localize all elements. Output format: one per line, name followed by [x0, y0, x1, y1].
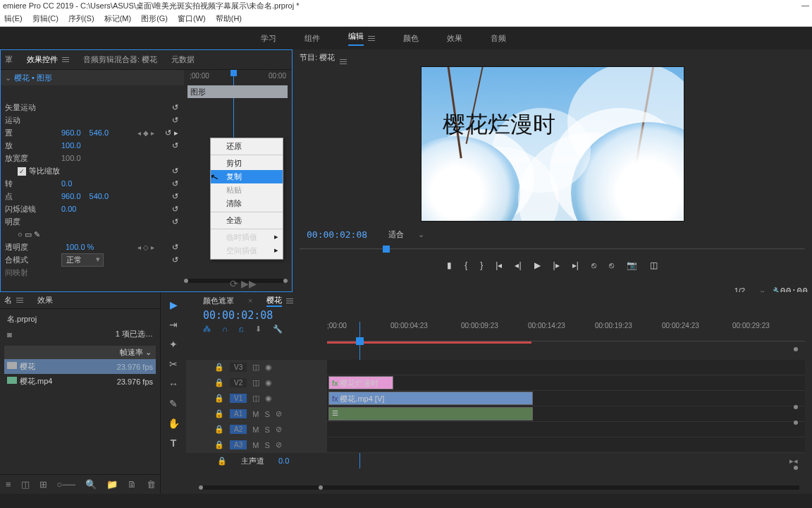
toggle-output-icon[interactable]: ◫: [252, 394, 259, 403]
step-back-icon[interactable]: ◂|: [515, 260, 521, 270]
step-fwd-icon[interactable]: |▸: [553, 260, 560, 270]
ws-menu-icon[interactable]: [368, 36, 375, 41]
tab-audio-mixer[interactable]: 音频剪辑混合器: 樱花: [83, 54, 157, 65]
ctx-spatial[interactable]: 空间插值▸: [211, 244, 283, 258]
track-a1[interactable]: A1: [230, 409, 247, 418]
prop-opacity[interactable]: 明度: [5, 217, 61, 227]
lock-icon[interactable]: 🔒: [214, 363, 224, 372]
flicker-val[interactable]: 0.00: [61, 205, 76, 213]
project-item-selected[interactable]: 樱花23.976 fps: [4, 359, 156, 374]
list-view-icon[interactable]: ≡: [6, 479, 11, 490]
blend-mode-select[interactable]: 正常: [61, 253, 104, 267]
clip-bar[interactable]: 图形: [187, 85, 288, 98]
toggle-output-icon[interactable]: ◫: [252, 378, 259, 387]
ws-effects[interactable]: 效果: [447, 33, 462, 44]
column-header[interactable]: 帧速率 ⌄: [4, 346, 156, 359]
solo-icon[interactable]: S: [264, 425, 269, 434]
menu-clip[interactable]: 剪辑(C): [32, 13, 59, 24]
voice-icon[interactable]: ⊘: [276, 425, 282, 434]
zoom-slider[interactable]: ○──: [57, 479, 75, 490]
panel-menu-icon[interactable]: [340, 59, 347, 64]
trash-icon[interactable]: 🗑: [147, 479, 156, 490]
menu-window[interactable]: 窗口(W): [178, 13, 206, 24]
timeline-timecode[interactable]: 00:00:02:08: [186, 309, 812, 322]
track-v3[interactable]: V3: [230, 363, 247, 372]
clip-chain[interactable]: 樱花 • 图形: [14, 73, 52, 83]
panel-menu-icon[interactable]: [286, 298, 293, 303]
lift-icon[interactable]: ⎋: [591, 260, 596, 270]
voice-icon[interactable]: ⊘: [276, 409, 282, 418]
new-bin-icon[interactable]: 📁: [106, 479, 118, 490]
ctx-clear[interactable]: 清除: [211, 197, 283, 210]
rot-val[interactable]: 0.0: [61, 179, 72, 188]
filter-icon[interactable]: ◙: [7, 330, 12, 339]
reset-icon[interactable]: ↺: [165, 128, 171, 138]
export-frame-icon[interactable]: 📷: [627, 260, 637, 270]
ctx-restore[interactable]: 还原: [211, 140, 283, 153]
pen-tool-icon[interactable]: ✎: [169, 398, 178, 409]
next-kf-icon[interactable]: ▸: [174, 128, 178, 138]
pos-x[interactable]: 960.0: [61, 128, 81, 137]
expand-icon[interactable]: ▸◂: [789, 456, 798, 466]
program-monitor[interactable]: 樱花烂漫时: [421, 66, 684, 222]
icon-view-icon[interactable]: ◫: [21, 479, 30, 490]
eye-icon[interactable]: ◉: [265, 378, 272, 387]
go-out-icon[interactable]: ▸|: [572, 260, 579, 270]
track-select-tool-icon[interactable]: ⇥: [169, 319, 178, 330]
lock-icon[interactable]: 🔒: [214, 440, 224, 449]
freeform-icon[interactable]: ⊞: [39, 479, 47, 490]
tab-sequence[interactable]: 樱花: [266, 295, 282, 307]
ripple-tool-icon[interactable]: ✦: [169, 339, 178, 350]
prop-anim[interactable]: 运动: [5, 115, 61, 126]
lock-icon[interactable]: 🔒: [214, 378, 224, 387]
mute-icon[interactable]: M: [252, 410, 259, 418]
keyframe-nav[interactable]: ◂ ◆ ▸: [137, 129, 154, 137]
extract-icon[interactable]: ⎋: [609, 260, 614, 270]
chevron-down-icon[interactable]: ⌄: [5, 73, 11, 83]
menu-sequence[interactable]: 序列(S): [68, 13, 94, 24]
reset-icon[interactable]: ↺: [172, 243, 178, 252]
lock-icon[interactable]: 🔒: [214, 394, 224, 403]
track-v2[interactable]: V2: [230, 378, 247, 387]
play-icon[interactable]: ▶: [534, 260, 541, 270]
timeline-scrollbar[interactable]: [199, 485, 799, 490]
go-in-icon[interactable]: |◂: [496, 260, 502, 270]
new-item-icon[interactable]: 🗎: [128, 479, 137, 490]
scale-val[interactable]: 100.0: [61, 141, 81, 150]
tab-effects[interactable]: 效果: [37, 295, 53, 306]
pos-y[interactable]: 546.0: [90, 128, 109, 137]
clip-video[interactable]: fx 樱花.mp4 [V]: [328, 392, 533, 405]
reset-icon[interactable]: ↺: [172, 167, 178, 176]
chevron-down-icon[interactable]: ⌄: [418, 230, 424, 239]
ws-editing[interactable]: 编辑: [348, 31, 364, 46]
menu-graphics[interactable]: 图形(G): [141, 13, 168, 24]
tab-effect-controls[interactable]: 效果控件: [27, 54, 58, 65]
project-item[interactable]: 樱花.mp423.976 fps: [4, 374, 156, 389]
loop-icon[interactable]: ⟳ ▶▶: [230, 278, 257, 289]
solo-icon[interactable]: S: [264, 441, 269, 449]
menu-marker[interactable]: 标记(M): [104, 13, 132, 24]
ws-audio[interactable]: 音频: [491, 33, 506, 44]
keyframe-nav[interactable]: ◂ ◇ ▸: [137, 243, 154, 251]
type-tool-icon[interactable]: T: [171, 437, 177, 449]
lock-icon[interactable]: 🔒: [214, 409, 224, 418]
uniform-checkbox[interactable]: ✓: [18, 167, 26, 176]
solo-icon[interactable]: S: [264, 410, 269, 418]
reset-icon[interactable]: ↺: [172, 255, 178, 265]
tab-mask[interactable]: 罩: [5, 54, 13, 65]
mark-in-icon[interactable]: ▮: [447, 260, 452, 270]
ctx-copy[interactable]: 复制: [211, 170, 283, 183]
lock-icon[interactable]: 🔒: [217, 456, 227, 466]
reset-icon[interactable]: ↺: [172, 103, 178, 112]
in-bracket-icon[interactable]: {: [465, 260, 467, 270]
slip-tool-icon[interactable]: ↔: [168, 378, 178, 389]
ctx-select-all[interactable]: 全选: [211, 214, 283, 227]
eye-icon[interactable]: ◉: [265, 394, 272, 403]
prop-motion[interactable]: 矢量运动: [5, 102, 61, 113]
ctx-temporal[interactable]: 临时插值▸: [211, 231, 283, 244]
scroll-marker[interactable]: [794, 421, 798, 425]
voice-icon[interactable]: ⊘: [276, 440, 282, 449]
clip-audio[interactable]: ☰: [328, 407, 533, 421]
clip-graphic[interactable]: fx 樱花烂漫时: [328, 376, 393, 389]
track-a3[interactable]: A3: [230, 440, 247, 449]
